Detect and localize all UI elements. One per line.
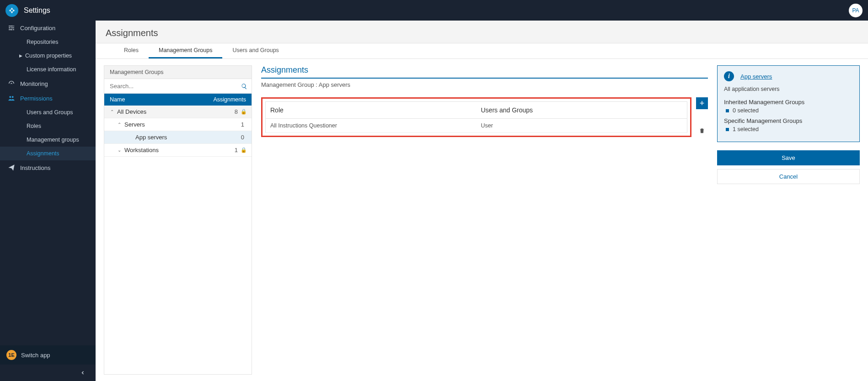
role-table: Role Users and Groups All Instructions Q…	[265, 101, 687, 133]
chevron-up-icon: ⌃	[109, 109, 115, 114]
tree-row-app-servers[interactable]: App servers0	[104, 131, 252, 144]
tree-row-all-devices[interactable]: ⌃All Devices8🔒	[104, 106, 252, 118]
inherited-label: Inherited Management Groups	[724, 99, 853, 106]
assignments-subtitle: Management Group : App servers	[261, 81, 708, 88]
cancel-button[interactable]: Cancel	[717, 169, 860, 184]
assignments-title: Assignments	[261, 65, 708, 79]
page-title: Assignments	[96, 21, 868, 43]
sidebar-item-users-and-groups[interactable]: Users and Groups	[0, 106, 96, 119]
expand-icon: ▶	[19, 53, 22, 58]
switch-app-label: Switch app	[21, 352, 50, 359]
tab-roles[interactable]: Roles	[114, 43, 149, 58]
send-icon	[6, 164, 16, 171]
info-panel: i App servers All application servers In…	[717, 65, 860, 142]
tree-row-workstations[interactable]: ⌄Workstations1🔒	[104, 144, 252, 157]
search-icon	[241, 83, 247, 90]
sidebar-item-assignments[interactable]: Assignments	[0, 147, 96, 160]
lock-icon: 🔒	[241, 109, 247, 115]
app-logo-icon	[5, 4, 18, 17]
inherited-count: 0 selected	[733, 107, 759, 114]
col-name: Name	[110, 96, 213, 103]
col-assignments: Assignments	[213, 96, 246, 103]
sidebar-item-repositories[interactable]: Repositories	[0, 35, 96, 49]
bullet-icon	[726, 128, 729, 131]
tab-management-groups[interactable]: Management Groups	[149, 43, 222, 58]
tree-row-servers[interactable]: ⌃Servers1	[104, 118, 252, 131]
page-app-title: Settings	[24, 6, 50, 15]
switch-app-button[interactable]: 1E Switch app	[0, 345, 96, 365]
chevron-left-icon	[80, 370, 86, 376]
chevron-down-icon: ⌄	[116, 148, 123, 153]
chevron-up-icon: ⌃	[116, 122, 123, 127]
gauge-icon	[6, 80, 16, 87]
sidebar-section-permissions[interactable]: Permissions	[0, 91, 96, 106]
add-assignment-button[interactable]: +	[696, 97, 708, 109]
sidebar: ConfigurationRepositories▶Custom propert…	[0, 21, 96, 381]
sidebar-section-instructions[interactable]: Instructions	[0, 160, 96, 175]
sidebar-item-roles[interactable]: Roles	[0, 119, 96, 133]
specific-label: Specific Management Groups	[724, 117, 853, 124]
info-description: All application servers	[724, 86, 853, 92]
delete-assignment-button[interactable]	[696, 125, 708, 137]
info-link[interactable]: App servers	[740, 73, 772, 80]
management-groups-panel: Management Groups Name Assignments ⌃All …	[104, 65, 252, 375]
sidebar-item-license-information[interactable]: License information	[0, 63, 96, 76]
sidebar-section-configuration[interactable]: Configuration	[0, 21, 96, 35]
bullet-icon	[726, 109, 729, 112]
search-input[interactable]	[104, 79, 237, 93]
tabs: RolesManagement GroupsUsers and Groups	[96, 43, 868, 59]
user-avatar[interactable]: PA	[849, 4, 863, 17]
col-role: Role	[266, 102, 477, 119]
sidebar-section-monitoring[interactable]: Monitoring	[0, 76, 96, 91]
tree-header: Management Groups	[104, 66, 252, 79]
sliders-icon	[6, 24, 16, 32]
info-icon: i	[724, 71, 734, 81]
sidebar-item-management-groups[interactable]: Management groups	[0, 133, 96, 147]
topbar: Settings PA	[0, 0, 868, 21]
col-users-groups: Users and Groups	[477, 102, 687, 119]
assignment-row[interactable]: All Instructions QuestionerUser	[266, 119, 687, 133]
search-button[interactable]	[237, 83, 252, 90]
role-table-highlight: Role Users and Groups All Instructions Q…	[261, 97, 691, 137]
lock-icon: 🔒	[241, 147, 247, 153]
trash-icon	[699, 127, 705, 134]
sidebar-collapse-button[interactable]	[0, 365, 96, 381]
users-icon	[6, 95, 16, 102]
tab-users-and-groups[interactable]: Users and Groups	[222, 43, 289, 58]
specific-count: 1 selected	[733, 126, 759, 132]
sidebar-item-custom-properties[interactable]: ▶Custom properties	[0, 49, 96, 63]
save-button[interactable]: Save	[717, 150, 860, 165]
switch-app-icon: 1E	[6, 350, 16, 360]
